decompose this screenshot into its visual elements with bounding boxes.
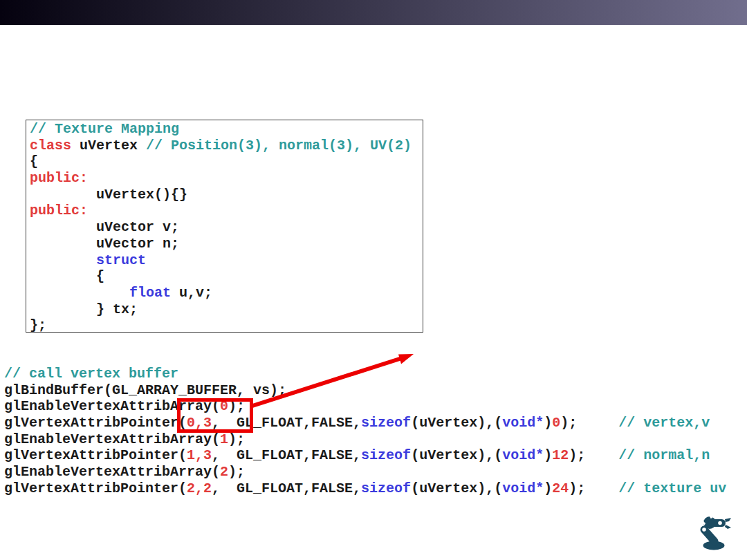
arm-hole [702, 528, 706, 532]
arrow-line [252, 358, 402, 406]
annotation-arrow-icon [242, 342, 422, 415]
arrow-head [398, 354, 414, 364]
capsule-hole [718, 521, 722, 525]
class-definition-code: // Texture Mappingclass uVertex // Posit… [26, 120, 423, 334]
class-code-box: // Texture Mappingclass uVertex // Posit… [26, 120, 423, 333]
title-bar [0, 0, 747, 25]
robot-arm-icon [694, 511, 732, 551]
robot-arm-shapes [703, 516, 732, 550]
